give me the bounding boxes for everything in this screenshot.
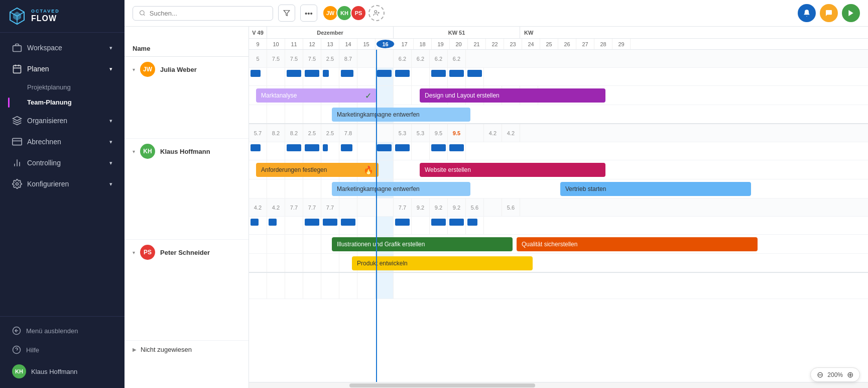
unassigned-row[interactable]: ▶ Nicht zugewiesen [125, 341, 249, 358]
klaus-header[interactable]: ▾ KH Klaus Hoffmann [125, 139, 249, 164]
peter-bar-spacer3 [125, 321, 249, 340]
sidebar-item-projektplanung[interactable]: Projektplanung [4, 80, 120, 94]
task-marktanalyse[interactable]: Marktanalyse ✓ [256, 88, 377, 103]
peter-mini-bars [249, 217, 868, 235]
avatar-ps[interactable]: PS [350, 5, 366, 21]
klaus-bar-spacer3 [125, 220, 249, 239]
play-icon [847, 9, 855, 17]
day-12: 12 [303, 39, 321, 49]
more-icon: ••• [305, 9, 313, 18]
filter-icon [283, 10, 290, 17]
abrechnen-chevron: ▾ [109, 139, 112, 145]
horizontal-scrollbar[interactable] [249, 382, 868, 388]
calendar-icon [12, 64, 22, 74]
task-illustrationen[interactable]: Illustrationen und Grafik erstellen [332, 237, 513, 251]
play-button[interactable] [842, 4, 860, 22]
sidebar-item-controlling[interactable]: Controlling ▾ [4, 153, 120, 173]
sidebar-item-team-planung[interactable]: Team-Planung [4, 95, 120, 110]
julia-header[interactable]: ▾ JW Julia Weber [125, 57, 249, 82]
task-design[interactable]: Design und Layout erstellen [420, 88, 605, 103]
unassigned-gantt-row [249, 273, 868, 299]
zoom-indicator: ⊖ 200% ⊕ [810, 367, 860, 382]
notification-button[interactable] [798, 4, 816, 22]
person-row-peter: ▾ PS Peter Schneider [125, 240, 249, 341]
bar-chart-icon [12, 158, 22, 168]
week-dezember: Dezember [267, 27, 394, 38]
more-button[interactable]: ••• [300, 5, 317, 22]
peter-task-bars-1: Illustrationen und Grafik erstellen Qual… [249, 235, 868, 254]
svg-point-24 [375, 11, 377, 13]
svg-point-16 [16, 183, 19, 185]
sidebar: OCTAVED FLOW Workspace ▾ Planen ▾ Projek… [0, 0, 125, 388]
search-input[interactable] [150, 10, 267, 17]
topbar: ••• JW KH PS [125, 0, 868, 27]
julia-task-bars-2: Marketingkampagne entwerfen [249, 105, 868, 124]
logo-text: OCTAVED FLOW [31, 9, 60, 23]
search-box[interactable] [133, 6, 273, 21]
main-content: ••• JW KH PS [125, 0, 868, 388]
add-person-button[interactable] [368, 5, 385, 21]
task-produkt[interactable]: Produkt entwickeln [352, 256, 533, 270]
klaus-numbers-spacer [125, 164, 249, 182]
hide-menu-item[interactable]: Menü ausblenden [4, 322, 120, 340]
day-17: 17 [396, 39, 414, 49]
settings-icon [12, 179, 22, 189]
zoom-out-button[interactable]: ⊖ [817, 370, 823, 379]
sidebar-item-planen[interactable]: Planen ▾ [4, 59, 120, 79]
user-avatar: KH [12, 364, 26, 378]
name-column: Name ▾ JW Julia Weber ▾ KH Klaus Hoffman… [125, 27, 249, 388]
sidebar-bottom: Menü ausblenden Hilfe KH Klaus Hoffmann [0, 316, 125, 388]
person-row-julia: ▾ JW Julia Weber [125, 57, 249, 139]
julia-bar-spacer2 [125, 119, 249, 138]
logo-icon [8, 7, 26, 25]
day-15: 15 [357, 39, 376, 49]
organisieren-chevron: ▾ [109, 118, 112, 124]
message-button[interactable] [820, 4, 838, 22]
svg-rect-5 [13, 46, 22, 52]
planen-chevron: ▾ [109, 66, 112, 72]
klaus-mini-bars [249, 142, 868, 160]
day-9: 9 [249, 39, 267, 49]
controlling-chevron: ▾ [109, 160, 112, 166]
gantt-chart-area[interactable]: V 49 Dezember KW 51 KW 9 10 [249, 27, 868, 388]
week-kw: KW [520, 27, 868, 38]
sidebar-item-organisieren[interactable]: Organisieren ▾ [4, 111, 120, 131]
task-anforderungen[interactable]: Anforderungen festlegen 🔥 [256, 163, 379, 177]
task-marketing-klaus[interactable]: Marketingkampagne entwerfen [332, 182, 470, 196]
klaus-task-bars-2: Marketingkampagne entwerfen Vertrieb sta… [249, 179, 868, 199]
task-vertrieb[interactable]: Vertrieb starten [560, 182, 751, 196]
sidebar-item-konfigurieren[interactable]: Konfigurieren ▾ [4, 174, 120, 194]
layers-icon [12, 116, 22, 126]
filter-button[interactable] [278, 5, 295, 22]
arrow-left-icon [12, 326, 21, 335]
sidebar-item-abrechnen[interactable]: Abrechnen ▾ [4, 132, 120, 152]
day-21: 21 [468, 39, 486, 49]
task-qualitaet[interactable]: Qualität sicherstellen [517, 237, 758, 251]
julia-bar-spacer [125, 100, 249, 119]
peter-chevron: ▾ [133, 250, 135, 255]
zoom-in-button[interactable]: ⊕ [847, 370, 853, 379]
peter-avatar: PS [140, 245, 155, 260]
logo-area: OCTAVED FLOW [0, 0, 125, 33]
task-website[interactable]: Website erstellen [420, 163, 605, 177]
person-row-klaus: ▾ KH Klaus Hoffmann [125, 139, 249, 240]
peter-header[interactable]: ▾ PS Peter Schneider [125, 240, 249, 265]
day-20: 20 [450, 39, 468, 49]
bell-icon [803, 9, 811, 17]
task-marketing-julia[interactable]: Marketingkampagne entwerfen [332, 108, 470, 122]
julia-numbers-row: 5 7.5 7.5 7.5 2.5 8.7 6.2 6.2 6.2 6.2 [249, 50, 868, 68]
svg-marker-27 [848, 10, 853, 16]
user-item[interactable]: KH Klaus Hoffmann [4, 360, 120, 383]
add-person-icon [373, 10, 380, 17]
day-11: 11 [285, 39, 303, 49]
gantt-body: 5 7.5 7.5 7.5 2.5 8.7 6.2 6.2 6.2 6.2 [249, 50, 868, 382]
svg-point-21 [140, 11, 145, 15]
hilfe-item[interactable]: Hilfe [4, 341, 120, 359]
scrollbar-thumb[interactable] [349, 383, 535, 387]
klaus-bar-spacer [125, 182, 249, 201]
day-22: 22 [486, 39, 504, 49]
klaus-task-bars-1: Anforderungen festlegen 🔥 Website erstel… [249, 160, 868, 179]
unassigned-chevron: ▶ [133, 347, 137, 352]
day-19: 19 [432, 39, 450, 49]
sidebar-item-workspace[interactable]: Workspace ▾ [4, 38, 120, 58]
